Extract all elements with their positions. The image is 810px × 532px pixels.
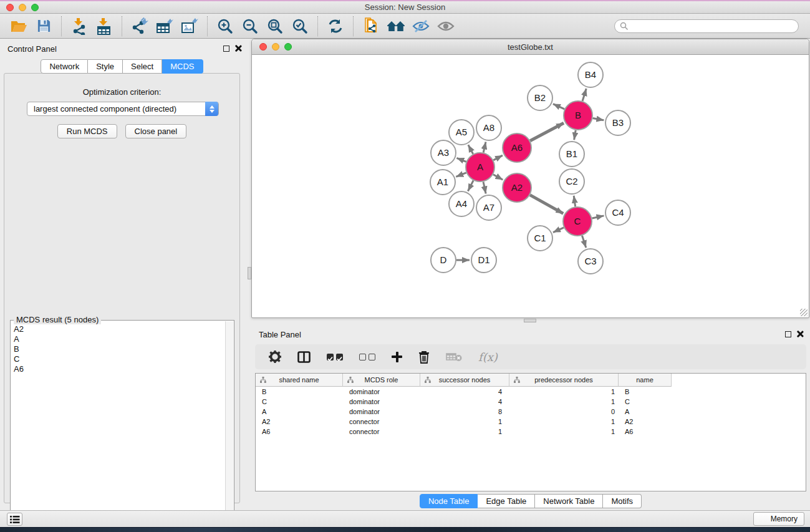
zoom-out-icon[interactable] — [238, 16, 263, 37]
import-network-icon[interactable] — [67, 16, 92, 37]
graph-edge-C-C1[interactable] — [553, 228, 564, 233]
graph-node-label-A1: A1 — [437, 177, 448, 187]
node-table: shared name MCDS role successor nodes pr… — [255, 373, 806, 491]
table-row[interactable]: Cdominator 41 C — [256, 397, 806, 407]
optimization-criterion-select[interactable]: largest connected component (directed) — [27, 102, 219, 116]
list-item[interactable]: A6 — [14, 364, 225, 374]
float-panel-icon[interactable] — [223, 46, 229, 52]
network-window-titlebar[interactable]: testGlobe.txt — [252, 39, 809, 55]
column-header-name[interactable]: name — [619, 374, 672, 387]
tab-edge-table[interactable]: Edge Table — [478, 494, 535, 508]
add-column-icon[interactable] — [392, 352, 402, 362]
new-network-from-file-icon[interactable] — [359, 16, 383, 37]
import-table-icon[interactable] — [92, 16, 117, 37]
tree-column-icon — [260, 377, 266, 383]
tab-network[interactable]: Network — [41, 59, 88, 74]
open-session-icon[interactable] — [6, 16, 31, 37]
graph-node-label-C3: C3 — [584, 256, 596, 266]
zoom-selected-icon[interactable] — [287, 16, 312, 37]
tab-motifs[interactable]: Motifs — [603, 494, 642, 508]
home-icon[interactable] — [383, 16, 408, 37]
graph-edge-A-A5[interactable] — [468, 145, 473, 154]
graph-edge-A-A8[interactable] — [483, 142, 486, 152]
table-row[interactable]: A2connector 11 A2 — [256, 417, 806, 427]
splitter-gripper[interactable] — [248, 267, 251, 279]
network-view-title: testGlobe.txt — [252, 42, 809, 52]
splitter-gripper[interactable] — [524, 319, 536, 322]
graph-node-label-B1: B1 — [566, 148, 577, 159]
close-panel-icon[interactable] — [796, 330, 804, 337]
list-item[interactable]: B — [14, 344, 225, 354]
tab-select[interactable]: Select — [123, 59, 162, 74]
apply-layout-icon[interactable] — [323, 16, 348, 37]
run-mcds-button[interactable]: Run MCDS — [57, 124, 117, 138]
resize-grip-icon[interactable] — [800, 309, 808, 316]
graph-node-label-B2: B2 — [534, 92, 546, 103]
table-toolbar: f(x) — [255, 344, 806, 369]
show-columns-icon[interactable] — [297, 351, 311, 363]
table-row[interactable]: Bdominator 41 B — [256, 387, 806, 397]
zoom-in-icon[interactable] — [213, 16, 238, 37]
search-icon — [620, 22, 629, 31]
graph-node-label-A4: A4 — [456, 198, 467, 209]
graph-edge-C-C4[interactable] — [592, 216, 604, 218]
float-panel-icon[interactable] — [785, 331, 791, 337]
main-toolbar — [0, 14, 810, 39]
graph-edge-A-A7[interactable] — [483, 181, 486, 193]
graph-edge-C-C2[interactable] — [574, 196, 575, 206]
graph-edge-B-B1[interactable] — [574, 130, 576, 140]
tab-style[interactable]: Style — [88, 59, 123, 74]
graph-edge-A-A6[interactable] — [493, 155, 503, 160]
table-header-row: shared name MCDS role successor nodes pr… — [256, 374, 806, 387]
result-scrollbar[interactable] — [225, 321, 233, 531]
column-header-shared-name[interactable]: shared name — [256, 374, 343, 387]
deselect-all-checkboxes-icon[interactable] — [359, 354, 375, 360]
export-table-icon[interactable] — [152, 16, 177, 37]
graph-edge-A-A4[interactable] — [468, 180, 473, 191]
delete-column-trash-icon[interactable] — [418, 351, 430, 364]
column-header-successor-nodes[interactable]: successor nodes — [420, 374, 509, 387]
list-item[interactable]: A2 — [14, 324, 225, 334]
table-row[interactable]: Adominator 80 A — [256, 407, 806, 417]
select-all-checkboxes-icon[interactable] — [327, 354, 343, 360]
table-row[interactable]: A6connector 11 A6 — [256, 427, 806, 437]
memory-label: Memory — [771, 515, 798, 523]
column-header-mcds-role[interactable]: MCDS role — [343, 374, 420, 387]
graph-edge-A-A3[interactable] — [456, 158, 466, 162]
close-panel-button[interactable]: Close panel — [125, 124, 187, 138]
graph-node-label-C2: C2 — [566, 176, 577, 186]
tab-mcds[interactable]: MCDS — [162, 59, 203, 74]
list-item[interactable]: C — [14, 354, 225, 364]
graph-edge-A-A1[interactable] — [456, 173, 466, 177]
graph-edge-B-B3[interactable] — [593, 118, 604, 120]
graph-edge-A6-B[interactable] — [530, 123, 564, 141]
memory-button[interactable]: Memory — [753, 512, 804, 526]
show-log-button[interactable] — [7, 513, 22, 526]
optimization-criterion-value: largest connected component (directed) — [34, 104, 176, 114]
tab-network-table[interactable]: Network Table — [535, 494, 603, 508]
zoom-fit-icon[interactable] — [263, 16, 287, 37]
graph-edge-B-B2[interactable] — [553, 104, 564, 109]
list-item[interactable]: A — [14, 334, 225, 344]
graph-node-label-A2: A2 — [511, 182, 523, 193]
graph-edge-C-C3[interactable] — [582, 236, 586, 248]
search-input[interactable] — [629, 22, 793, 31]
tab-node-table[interactable]: Node Table — [420, 494, 478, 508]
toolbar-separator — [207, 16, 208, 36]
close-panel-icon[interactable] — [234, 44, 242, 52]
mcds-result-list: A2 A B C A6 — [11, 324, 225, 531]
network-canvas[interactable]: B4B2BB3A8A5A6A3B1AC2A1A2A4A7C4CC1C3DD1 — [252, 55, 809, 317]
hide-graphics-details-icon[interactable] — [408, 16, 433, 37]
graph-node-label-A3: A3 — [438, 147, 449, 158]
show-graphics-details-icon[interactable] — [433, 16, 458, 37]
delete-table-icon-disabled — [446, 352, 462, 362]
graph-edge-B-B4[interactable] — [582, 89, 586, 101]
search-box[interactable] — [614, 19, 799, 33]
table-settings-gear-icon[interactable] — [269, 351, 281, 363]
export-network-icon[interactable] — [127, 16, 152, 37]
graph-edge-A2-C[interactable] — [530, 195, 563, 214]
column-header-predecessor-nodes[interactable]: predecessor nodes — [509, 374, 619, 387]
save-session-icon[interactable] — [31, 16, 56, 37]
graph-edge-A-A2[interactable] — [493, 175, 503, 180]
export-image-icon[interactable] — [177, 16, 202, 37]
